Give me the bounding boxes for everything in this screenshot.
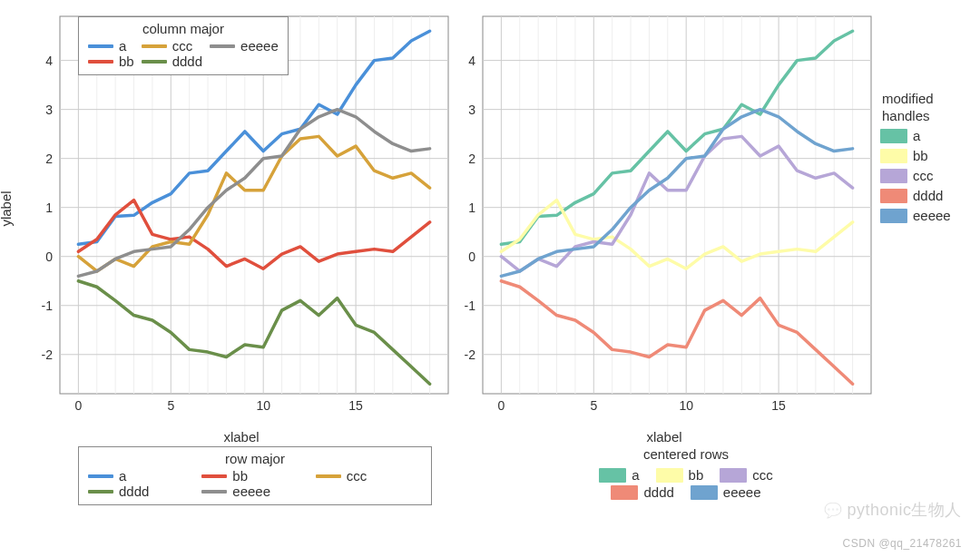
- svg-text:15: 15: [771, 398, 786, 413]
- legend-swatch: [210, 44, 235, 48]
- legend-swatch: [88, 490, 113, 493]
- svg-text:1: 1: [45, 200, 53, 215]
- legend-label: a: [632, 467, 639, 483]
- legend-label: ccc: [752, 467, 773, 483]
- legend-swatch: [599, 468, 626, 483]
- legend-items: a bb ccc dddd eeeee: [88, 468, 422, 499]
- legend-swatch: [880, 209, 907, 223]
- legend-item-bb: bb: [201, 468, 308, 484]
- legend-swatch: [88, 44, 113, 48]
- x-ticks: 051015: [74, 398, 363, 413]
- chart-left: ylabel 051015 -2-101234 xlabel column ma…: [33, 0, 450, 417]
- plot-area: [483, 16, 871, 394]
- legend-item-bb: bb: [88, 54, 134, 69]
- legend-title-line2: handles: [882, 108, 951, 123]
- y-axis-label: ylabel: [0, 191, 14, 226]
- legend-swatch: [880, 149, 907, 163]
- svg-text:3: 3: [45, 103, 53, 117]
- legend-item-ccc: ccc: [142, 38, 202, 54]
- legend-label: bb: [689, 467, 704, 483]
- legend-label: eeeee: [723, 484, 761, 500]
- legend-item-dddd: dddd: [88, 484, 194, 499]
- legend-item-ccc: ccc: [720, 467, 773, 483]
- legend-item-a: a: [88, 468, 194, 484]
- svg-text:10: 10: [256, 398, 270, 413]
- legend-item-dddd: dddd: [880, 188, 951, 203]
- legend-items: a ccc eeeee bb dddd: [88, 38, 279, 69]
- legend-item-bb: bb: [656, 467, 704, 483]
- svg-text:4: 4: [468, 54, 475, 68]
- legend-label: eeeee: [232, 484, 270, 499]
- legend-modified-handles: modified handles a bb ccc dddd eeeee: [880, 91, 951, 228]
- bottom-legends: row major a bb ccc dddd eeeee centered r…: [33, 441, 967, 541]
- y-ticks: -2-101234: [42, 54, 54, 362]
- legend-label: eeeee: [913, 208, 951, 223]
- svg-text:0: 0: [497, 398, 505, 413]
- legend-swatch: [720, 468, 747, 483]
- chart-right-svg: 051015 -2-101234: [456, 0, 873, 417]
- legend-label: bb: [913, 148, 928, 163]
- legend-label: bb: [119, 54, 134, 69]
- legend-item-ccc: ccc: [316, 468, 422, 484]
- legend-swatch: [880, 169, 907, 183]
- legend-item-ccc: ccc: [880, 168, 951, 183]
- figure: ylabel 051015 -2-101234 xlabel column ma…: [0, 0, 980, 557]
- svg-text:0: 0: [468, 249, 475, 264]
- legend-swatch: [880, 129, 907, 143]
- legend-column-major: column major a ccc eeeee bb dddd: [78, 16, 289, 75]
- svg-text:2: 2: [468, 151, 475, 166]
- legend-swatch: [656, 468, 683, 483]
- legend-title: column major: [88, 21, 279, 36]
- legend-item-a: a: [880, 128, 951, 143]
- legend-centered-rows: centered rows a bb ccc dddd eeeee: [486, 446, 886, 503]
- x-ticks: 051015: [497, 398, 786, 413]
- legend-label: a: [119, 468, 126, 484]
- svg-text:2: 2: [45, 151, 53, 166]
- svg-text:10: 10: [679, 398, 693, 413]
- svg-text:0: 0: [74, 398, 82, 413]
- legend-item-bb: bb: [880, 148, 951, 163]
- svg-text:4: 4: [45, 54, 53, 68]
- legend-items: a bb ccc dddd eeeee: [880, 128, 951, 223]
- svg-text:1: 1: [468, 200, 475, 215]
- legend-label: ccc: [347, 468, 368, 484]
- y-ticks: -2-101234: [465, 54, 476, 362]
- legend-swatch: [88, 60, 113, 64]
- legend-item-dddd: dddd: [142, 54, 202, 69]
- legend-item-a: a: [599, 467, 639, 483]
- svg-text:3: 3: [468, 103, 475, 117]
- legend-title-line1: modified: [882, 91, 951, 106]
- svg-text:5: 5: [590, 398, 597, 413]
- legend-item-eeeee: eeeee: [880, 208, 951, 223]
- legend-title: row major: [88, 451, 422, 466]
- legend-swatch: [691, 485, 718, 500]
- svg-text:0: 0: [45, 249, 53, 264]
- legend-label: a: [913, 128, 920, 143]
- legend-row: dddd eeeee: [599, 484, 773, 500]
- legend-label: eeeee: [240, 38, 279, 54]
- chart-right: 051015 -2-101234 xlabel: [456, 0, 873, 417]
- legend-swatch: [201, 474, 227, 478]
- svg-text:15: 15: [348, 398, 363, 413]
- legend-item-eeeee: eeeee: [201, 484, 308, 499]
- svg-text:5: 5: [167, 398, 174, 413]
- legend-row: a bb ccc: [599, 467, 773, 483]
- legend-item-eeeee: eeeee: [691, 484, 761, 500]
- legend-title: centered rows: [486, 446, 886, 462]
- legend-label: bb: [232, 468, 248, 484]
- legend-label: a: [119, 38, 126, 54]
- legend-label: ccc: [172, 38, 193, 54]
- legend-swatch: [142, 44, 167, 48]
- charts-row: ylabel 051015 -2-101234 xlabel column ma…: [33, 0, 913, 417]
- svg-text:-1: -1: [465, 298, 476, 313]
- legend-label: dddd: [119, 484, 149, 499]
- legend-item-a: a: [88, 38, 134, 54]
- legend-item-eeeee: eeeee: [210, 38, 279, 54]
- legend-swatch: [142, 60, 167, 64]
- legend-items: a bb ccc dddd eeeee: [599, 465, 773, 502]
- legend-modified-handles-wrap: modified handles a bb ccc dddd eeeee: [873, 0, 913, 417]
- svg-text:-2: -2: [42, 347, 54, 362]
- legend-label: dddd: [643, 484, 673, 500]
- svg-text:-1: -1: [42, 298, 54, 313]
- legend-swatch: [88, 474, 113, 478]
